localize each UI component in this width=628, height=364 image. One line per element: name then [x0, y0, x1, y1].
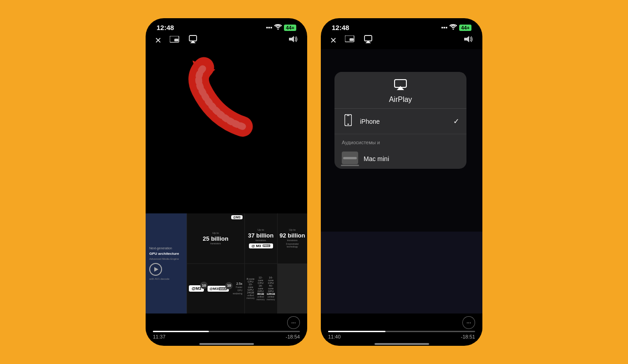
- svg-marker-5: [192, 61, 215, 83]
- left-bottom-controls: ··· 11:37 -18:54: [146, 313, 307, 341]
- left-battery-icon: 44+: [284, 25, 296, 31]
- svg-rect-3: [189, 35, 197, 41]
- right-dots-button[interactable]: ···: [462, 316, 475, 329]
- airplay-mac-label: Mac mini: [364, 155, 389, 162]
- airplay-header-icon: [394, 79, 407, 93]
- airplay-title: AirPlay: [389, 96, 412, 104]
- svg-marker-12: [397, 86, 404, 90]
- left-signal-icon: ▪▪▪: [266, 24, 273, 31]
- airplay-section: Аудиосистемы и Mac mini: [334, 134, 466, 169]
- right-time: 12:48: [332, 24, 349, 31]
- right-time-row: 11:40 -18:51: [328, 334, 475, 339]
- left-time: 12:48: [157, 24, 174, 31]
- left-video-thumbnail: Next-generation GPU architecture Advance…: [146, 213, 307, 313]
- right-top-controls[interactable]: ✕: [321, 33, 482, 49]
- right-progress-fill: [328, 331, 385, 332]
- left-dots-button[interactable]: ···: [287, 316, 300, 329]
- mac-icon-screen: [343, 157, 357, 159]
- left-wifi-icon: [274, 24, 282, 31]
- right-bottom-controls: ··· 11:40 -18:51: [321, 313, 482, 341]
- left-time-remaining: -18:54: [286, 334, 300, 339]
- svg-marker-10: [464, 36, 469, 42]
- svg-rect-7: [349, 38, 354, 41]
- svg-rect-9: [365, 35, 372, 41]
- right-phone-screen: 12:48 ▪▪▪ 44+ ✕: [321, 18, 482, 346]
- left-status-bar: 12:48 ▪▪▪ 44+: [146, 18, 307, 33]
- left-video-area: Next-generation GPU architecture Advance…: [146, 49, 307, 313]
- airplay-iphone-item[interactable]: iPhone ✓: [334, 109, 466, 134]
- airplay-iphone-checkmark: ✓: [453, 117, 459, 126]
- left-status-icons: ▪▪▪ 44+: [266, 24, 297, 31]
- left-home-indicator[interactable]: [199, 343, 254, 345]
- left-time-current: 11:37: [153, 334, 166, 339]
- left-pip-button[interactable]: [170, 36, 180, 45]
- airplay-section-label: Аудиосистемы и: [334, 136, 466, 147]
- right-pip-button[interactable]: [345, 35, 355, 45]
- svg-point-15: [348, 124, 349, 125]
- right-volume-button[interactable]: [463, 35, 473, 46]
- airplay-iphone-icon: [342, 114, 355, 128]
- left-progress-bar[interactable]: [153, 331, 300, 332]
- right-battery-icon: 44+: [459, 25, 471, 31]
- left-ctrl-left: ✕: [155, 35, 198, 46]
- right-airplay-button[interactable]: [363, 35, 373, 46]
- right-time-current: 11:40: [328, 334, 341, 339]
- left-airplay-button[interactable]: [188, 35, 198, 46]
- svg-rect-16: [347, 115, 349, 116]
- right-video-area: AirPlay iPhone ✓ Аудиосистемы и: [321, 49, 482, 313]
- svg-marker-4: [289, 36, 294, 42]
- right-status-icons: ▪▪▪ 44+: [441, 24, 472, 31]
- airplay-iphone-label: iPhone: [360, 118, 448, 125]
- left-top-controls[interactable]: ✕: [146, 33, 307, 49]
- right-progress-bar[interactable]: [328, 331, 475, 332]
- right-ctrl-left: ✕: [330, 35, 373, 46]
- right-home-indicator[interactable]: [375, 343, 429, 345]
- left-progress-fill: [153, 331, 209, 332]
- svg-rect-1: [174, 39, 178, 41]
- airplay-header: AirPlay: [334, 72, 466, 109]
- left-volume-button[interactable]: [288, 35, 298, 46]
- right-signal-icon: ▪▪▪: [441, 24, 448, 31]
- left-phone-screen: 12:48 ▪▪▪ 44+ ✕: [146, 18, 307, 346]
- airplay-popup[interactable]: AirPlay iPhone ✓ Аудиосистемы и: [334, 72, 466, 169]
- right-status-bar: 12:48 ▪▪▪ 44+: [321, 18, 482, 33]
- airplay-mac-icon: [342, 152, 358, 164]
- left-close-button[interactable]: ✕: [155, 35, 162, 46]
- right-wifi-icon: [450, 24, 457, 31]
- right-time-remaining: -18:51: [461, 334, 475, 339]
- right-close-button[interactable]: ✕: [330, 35, 337, 46]
- airplay-mac-item[interactable]: Mac mini: [334, 147, 466, 169]
- left-time-row: 11:37 -18:54: [153, 334, 300, 339]
